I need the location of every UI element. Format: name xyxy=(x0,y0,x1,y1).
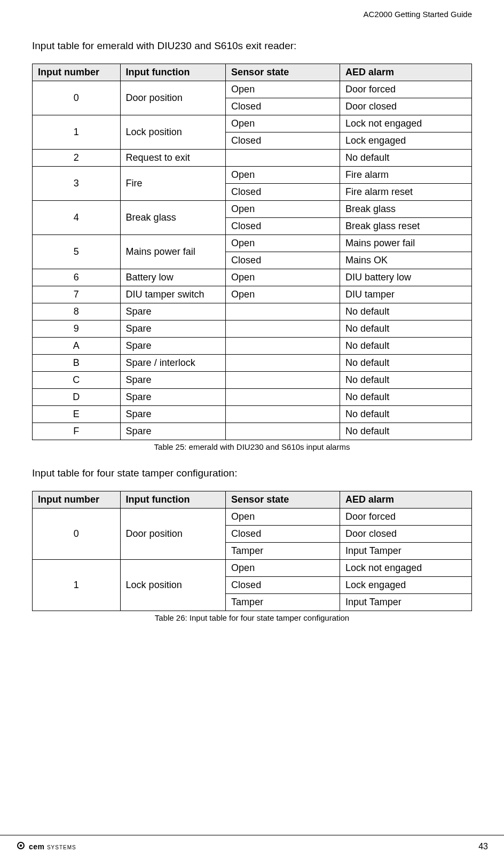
cell-input-function: Request to exit xyxy=(120,150,226,167)
cell-input-number: 3 xyxy=(33,167,121,201)
cell-sensor-state: Open xyxy=(226,235,340,252)
cell-sensor-state: Tamper xyxy=(226,543,340,560)
table-body: 0Door positionOpenDoor forcedClosedDoor … xyxy=(33,81,472,440)
col-aed-alarm: AED alarm xyxy=(340,64,472,81)
table-row: 0Door positionOpenDoor forced xyxy=(33,509,472,526)
cell-sensor-state xyxy=(226,320,340,338)
table-row: 5Mains power failOpenMains power fail xyxy=(33,235,472,252)
logo-icon xyxy=(16,841,26,852)
table-row: 1Lock positionOpenLock not engaged xyxy=(33,560,472,577)
cell-input-function: Spare xyxy=(120,423,226,440)
cell-sensor-state xyxy=(226,338,340,355)
cell-input-number: 2 xyxy=(33,150,121,167)
cell-aed-alarm: Door forced xyxy=(340,81,472,98)
table-row: 4Break glassOpenBreak glass xyxy=(33,201,472,218)
cell-input-function: Door position xyxy=(120,81,226,115)
cell-aed-alarm: Door closed xyxy=(340,526,472,543)
cell-sensor-state xyxy=(226,389,340,406)
cell-aed-alarm: Lock engaged xyxy=(340,132,472,150)
cell-input-number: F xyxy=(33,423,121,440)
cell-input-number: A xyxy=(33,338,121,355)
table-row: ESpareNo default xyxy=(33,406,472,423)
table-row: CSpareNo default xyxy=(33,372,472,389)
col-aed-alarm: AED alarm xyxy=(340,491,472,509)
table-row: DSpareNo default xyxy=(33,389,472,406)
cell-input-number: E xyxy=(33,406,121,423)
cell-input-number: D xyxy=(33,389,121,406)
cell-input-function: Battery low xyxy=(120,269,226,286)
cell-input-function: Spare xyxy=(120,303,226,320)
cell-sensor-state: Closed xyxy=(226,218,340,235)
cell-aed-alarm: Fire alarm reset xyxy=(340,184,472,201)
cell-input-number: C xyxy=(33,372,121,389)
table-caption: Table 26: Input table for four state tam… xyxy=(32,613,472,622)
cell-aed-alarm: Mains OK xyxy=(340,252,472,269)
cell-sensor-state xyxy=(226,355,340,372)
cell-sensor-state: Closed xyxy=(226,577,340,594)
cell-input-function: Spare xyxy=(120,372,226,389)
cell-input-function: Spare xyxy=(120,406,226,423)
cell-aed-alarm: Break glass xyxy=(340,201,472,218)
cell-aed-alarm: DIU tamper xyxy=(340,286,472,303)
cell-input-function: Spare xyxy=(120,338,226,355)
cell-aed-alarm: DIU battery low xyxy=(340,269,472,286)
cell-input-number: 7 xyxy=(33,286,121,303)
cem-logo: cem SYSTEMS xyxy=(16,841,76,852)
cell-input-number: 9 xyxy=(33,320,121,338)
cell-aed-alarm: Lock not engaged xyxy=(340,115,472,132)
cell-input-number: 0 xyxy=(33,509,121,560)
cell-sensor-state: Open xyxy=(226,560,340,577)
table-row: 2Request to exitNo default xyxy=(33,150,472,167)
col-input-number: Input number xyxy=(33,491,121,509)
section2-intro: Input table for four state tamper config… xyxy=(32,467,472,479)
col-input-number: Input number xyxy=(33,64,121,81)
cell-aed-alarm: No default xyxy=(340,150,472,167)
cell-sensor-state: Open xyxy=(226,115,340,132)
cell-sensor-state: Open xyxy=(226,201,340,218)
cell-aed-alarm: No default xyxy=(340,406,472,423)
cell-sensor-state xyxy=(226,303,340,320)
table-body: 0Door positionOpenDoor forcedClosedDoor … xyxy=(33,509,472,611)
cell-input-number: 0 xyxy=(33,81,121,115)
cell-aed-alarm: No default xyxy=(340,372,472,389)
cell-input-number: 1 xyxy=(33,115,121,150)
cell-input-number: 5 xyxy=(33,235,121,269)
col-sensor-state: Sensor state xyxy=(226,64,340,81)
table-caption: Table 25: emerald with DIU230 and S610s … xyxy=(32,442,472,451)
cell-aed-alarm: Input Tamper xyxy=(340,594,472,611)
table-row: ASpareNo default xyxy=(33,338,472,355)
table-row: 6Battery lowOpenDIU battery low xyxy=(33,269,472,286)
cell-input-number: 4 xyxy=(33,201,121,235)
cell-aed-alarm: No default xyxy=(340,389,472,406)
cell-aed-alarm: Door forced xyxy=(340,509,472,526)
cell-input-function: Mains power fail xyxy=(120,235,226,269)
cell-aed-alarm: Break glass reset xyxy=(340,218,472,235)
table-row: FSpareNo default xyxy=(33,423,472,440)
cell-input-number: 6 xyxy=(33,269,121,286)
section1-intro: Input table for emerald with DIU230 and … xyxy=(32,40,472,52)
page-number: 43 xyxy=(478,842,488,851)
cell-sensor-state: Closed xyxy=(226,252,340,269)
cell-sensor-state: Closed xyxy=(226,132,340,150)
cell-aed-alarm: No default xyxy=(340,303,472,320)
cell-sensor-state: Closed xyxy=(226,98,340,115)
cell-aed-alarm: No default xyxy=(340,338,472,355)
cell-input-function: Break glass xyxy=(120,201,226,235)
cell-input-number: 8 xyxy=(33,303,121,320)
cell-sensor-state: Open xyxy=(226,269,340,286)
cell-sensor-state: Open xyxy=(226,286,340,303)
cell-input-function: Lock position xyxy=(120,560,226,611)
cell-aed-alarm: No default xyxy=(340,355,472,372)
table-header-row: Input number Input function Sensor state… xyxy=(33,491,472,509)
document-title: AC2000 Getting Started Guide xyxy=(364,10,472,19)
cell-aed-alarm: Lock engaged xyxy=(340,577,472,594)
cell-sensor-state: Open xyxy=(226,167,340,184)
svg-point-1 xyxy=(20,844,22,847)
col-sensor-state: Sensor state xyxy=(226,491,340,509)
table-row: 8SpareNo default xyxy=(33,303,472,320)
table-header-row: Input number Input function Sensor state… xyxy=(33,64,472,81)
page-header: AC2000 Getting Started Guide xyxy=(0,0,504,19)
table-row: 3FireOpenFire alarm xyxy=(33,167,472,184)
cell-input-number: 1 xyxy=(33,560,121,611)
cell-input-function: DIU tamper switch xyxy=(120,286,226,303)
